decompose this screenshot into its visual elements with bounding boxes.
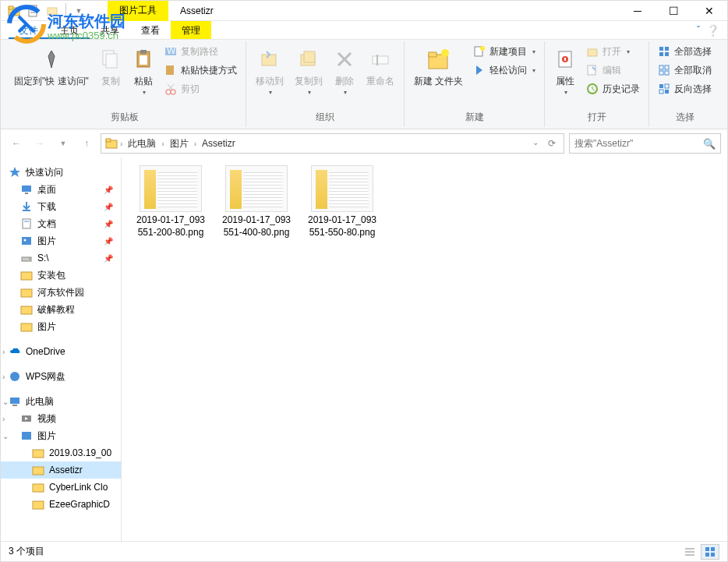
address-box[interactable]: › 此电脑 › 图片 › Assetizr ⌄ ⟳: [101, 133, 564, 154]
sidebar-item-desktop[interactable]: 桌面📌: [1, 181, 121, 198]
crumb-sep-icon[interactable]: ›: [120, 140, 122, 148]
chevron-right-icon[interactable]: ›: [2, 415, 5, 423]
rename-button[interactable]: 重命名: [362, 43, 399, 109]
svg-rect-80: [711, 553, 715, 557]
breadcrumb-pictures[interactable]: 图片: [167, 136, 192, 152]
chevron-right-icon[interactable]: ›: [2, 373, 5, 381]
tab-share[interactable]: 共享: [90, 21, 130, 39]
breadcrumb-thispc[interactable]: 此电脑: [125, 136, 159, 152]
open-button[interactable]: 打开: [582, 43, 644, 60]
download-icon: [20, 200, 33, 213]
sidebar-item-sdrive[interactable]: S:\📌: [1, 249, 121, 267]
copy-to-button[interactable]: 复制到: [290, 43, 327, 109]
up-button[interactable]: ↑: [77, 134, 96, 153]
group-new-label: 新建: [409, 109, 539, 125]
pin-icon: 📌: [104, 186, 113, 194]
view-icons-button[interactable]: [701, 544, 719, 560]
select-all-button[interactable]: 全部选择: [654, 43, 716, 60]
svg-rect-44: [659, 71, 663, 75]
tab-file[interactable]: 文件: [9, 21, 49, 39]
sidebar-item-documents[interactable]: 文档📌: [1, 215, 121, 232]
help-icon[interactable]: ❔: [706, 24, 719, 37]
select-none-button[interactable]: 全部取消: [654, 62, 716, 79]
view-details-button[interactable]: [680, 544, 699, 560]
new-folder-button[interactable]: 新建 文件夹: [409, 43, 468, 109]
breadcrumb-current[interactable]: Assetizr: [199, 136, 239, 150]
invert-selection-button[interactable]: 反向选择: [654, 80, 716, 97]
file-item[interactable]: 2019-01-17_093551-200-80.png: [136, 165, 206, 239]
chevron-down-icon[interactable]: ⌄: [2, 432, 9, 440]
move-to-button[interactable]: 移动到: [251, 43, 288, 109]
chevron-right-icon[interactable]: ›: [2, 348, 5, 356]
sidebar-item-ezee[interactable]: EzeeGraphicD: [1, 496, 121, 513]
tab-manage[interactable]: 管理: [171, 21, 211, 39]
properties-button[interactable]: 属性: [550, 43, 581, 109]
sidebar-item-pictureslib[interactable]: ⌄图片: [1, 427, 121, 444]
copy-button[interactable]: 复制: [95, 43, 126, 109]
pin-quickaccess-button[interactable]: 固定到"快 速访问": [9, 43, 94, 109]
file-thumbnail: [140, 165, 202, 212]
svg-rect-4: [29, 5, 37, 16]
crumb-sep-icon[interactable]: ›: [194, 140, 196, 148]
tab-view[interactable]: 查看: [130, 21, 171, 39]
folder-icon: [20, 269, 33, 281]
maximize-button[interactable]: ☐: [656, 1, 691, 21]
sidebar-item-cyberlink[interactable]: CyberLink Clo: [1, 479, 121, 496]
sidebar-item-assetizr[interactable]: Assetizr: [1, 461, 121, 479]
copy-path-button[interactable]: W复制路径: [161, 43, 241, 60]
tab-home[interactable]: 主页: [49, 21, 90, 39]
easy-access-button[interactable]: 轻松访问: [469, 62, 539, 79]
sidebar-item-onedrive[interactable]: ›OneDrive: [1, 343, 121, 360]
search-box[interactable]: 🔍: [569, 133, 721, 154]
crumb-sep-icon[interactable]: ›: [161, 140, 164, 148]
refresh-icon[interactable]: ⟳: [544, 138, 560, 149]
svg-rect-29: [429, 52, 436, 57]
address-dropdown-icon[interactable]: ⌄: [528, 138, 542, 149]
sidebar-item-pictures[interactable]: 图片📌: [1, 232, 121, 249]
folder-icon: [32, 498, 44, 511]
file-item[interactable]: 2019-01-17_093551-550-80.png: [307, 165, 377, 239]
history-button[interactable]: 历史记录: [582, 80, 644, 97]
cut-button[interactable]: 剪切: [161, 80, 241, 97]
chevron-down-icon[interactable]: ⌄: [2, 398, 9, 406]
sidebar-item-thispc[interactable]: ⌄此电脑: [1, 393, 121, 410]
folder-icon: [20, 303, 33, 316]
file-list[interactable]: 2019-01-17_093551-200-80.png 2019-01-17_…: [122, 157, 727, 541]
drive-icon: [20, 252, 33, 264]
sidebar-item-cracktutorial[interactable]: 破解教程: [1, 301, 121, 318]
sidebar-item-quickaccess[interactable]: 快速访问: [1, 164, 121, 181]
svg-rect-10: [106, 54, 117, 68]
sidebar-item-wpscloud[interactable]: ›WPS网盘: [1, 368, 121, 385]
ribbon-collapse-icon[interactable]: ˇ: [697, 25, 700, 36]
qat-explorer-icon[interactable]: [5, 3, 23, 19]
group-clipboard-label: 剪贴板: [9, 109, 241, 125]
qat-customize-dropdown[interactable]: ▼: [70, 3, 87, 19]
sidebar-item-installpkg[interactable]: 安装包: [1, 267, 121, 284]
qat-properties-icon[interactable]: [25, 3, 42, 19]
forward-button[interactable]: →: [30, 134, 49, 153]
search-icon[interactable]: 🔍: [703, 138, 716, 150]
delete-button[interactable]: 删除: [329, 43, 360, 109]
sidebar-item-picturesfolder[interactable]: 图片: [1, 318, 121, 335]
search-input[interactable]: [574, 138, 703, 149]
new-item-button[interactable]: 新建项目: [469, 43, 539, 60]
sidebar-item-datefolder[interactable]: 2019.03.19_00: [1, 444, 121, 461]
qat-newfolder-icon[interactable]: [44, 3, 62, 19]
back-button[interactable]: ←: [7, 134, 26, 153]
svg-rect-41: [665, 52, 669, 56]
edit-button[interactable]: 编辑: [582, 62, 644, 79]
svg-rect-45: [665, 71, 669, 75]
sidebar-item-downloads[interactable]: 下载📌: [1, 198, 121, 215]
folder-icon: [105, 137, 118, 150]
svg-rect-48: [659, 90, 663, 94]
minimize-button[interactable]: ─: [620, 1, 656, 21]
recent-locations-dropdown[interactable]: ▼: [54, 134, 72, 153]
file-item[interactable]: 2019-01-17_093551-400-80.png: [221, 165, 292, 239]
close-button[interactable]: ✕: [691, 1, 727, 21]
sidebar-item-videos[interactable]: ›视频: [1, 410, 121, 427]
paste-shortcut-button[interactable]: 粘贴快捷方式: [161, 62, 241, 79]
paste-button[interactable]: 粘贴: [128, 43, 159, 109]
sidebar-item-hedong[interactable]: 河东软件园: [1, 284, 121, 301]
svg-rect-70: [33, 450, 44, 458]
svg-rect-72: [33, 484, 44, 492]
